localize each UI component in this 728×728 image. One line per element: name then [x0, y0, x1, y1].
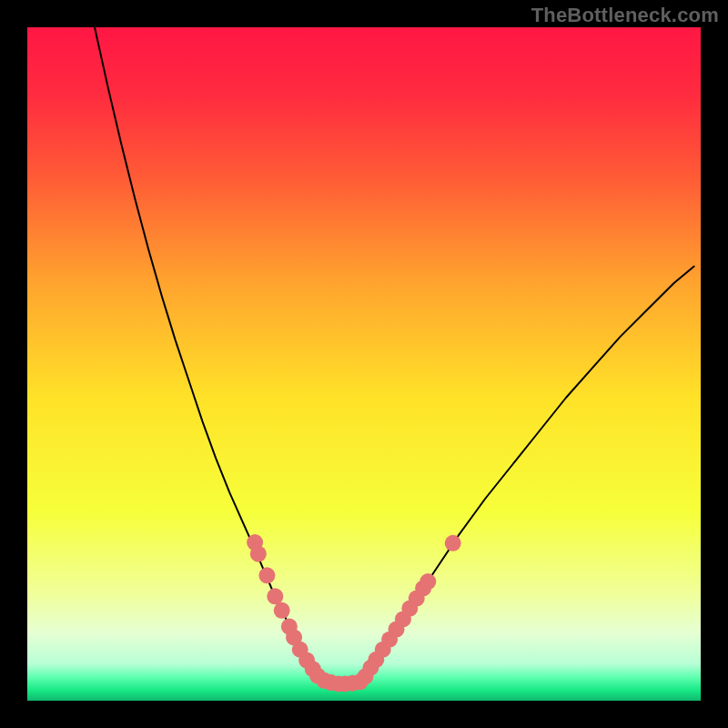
marker-right-markers	[420, 573, 436, 590]
chart-stage: TheBottleneck.com	[0, 0, 728, 728]
marker-left-markers	[250, 546, 267, 562]
marker-left-markers	[274, 602, 290, 619]
watermark-text: TheBottleneck.com	[531, 4, 719, 27]
plot-background	[27, 27, 701, 701]
marker-left-markers	[258, 567, 275, 583]
bottleneck-chart	[0, 0, 728, 728]
marker-left-markers	[267, 588, 283, 604]
marker-outlier-marker	[445, 535, 461, 551]
